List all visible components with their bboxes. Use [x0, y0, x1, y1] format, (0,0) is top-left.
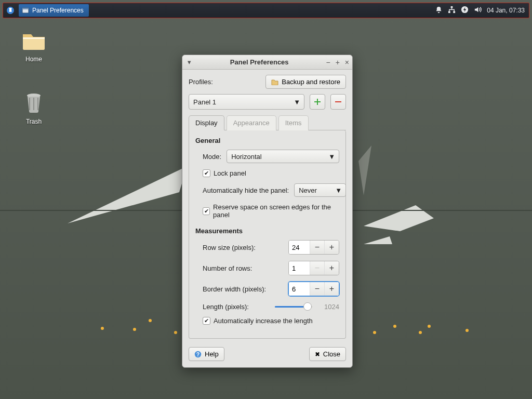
desktop-icon-home[interactable]: Home	[10, 30, 57, 63]
border-width-spinner[interactable]: − +	[288, 282, 339, 296]
svg-point-6	[101, 327, 104, 330]
increment-button[interactable]: +	[324, 282, 339, 296]
panel-selector[interactable]: Panel 1 ▼	[189, 94, 304, 110]
chevron-down-icon: ▼	[328, 153, 335, 161]
checkbox-icon	[203, 207, 210, 215]
titlebar[interactable]: ▾ Panel Preferences − + ×	[182, 55, 352, 70]
length-value: 1024	[318, 303, 339, 311]
desktop-icon-label: Home	[10, 56, 57, 63]
decrement-button[interactable]: −	[310, 241, 324, 254]
desktop-icon-trash[interactable]: Trash	[10, 92, 57, 125]
volume-icon[interactable]	[474, 6, 482, 15]
tab-items[interactable]: Items	[278, 115, 309, 130]
svg-rect-18	[451, 6, 453, 8]
window-menu-icon[interactable]: ▾	[185, 58, 193, 66]
maximize-button[interactable]: +	[336, 58, 340, 66]
folder-icon	[271, 79, 278, 85]
window-title: Panel Preferences	[193, 58, 326, 66]
minimize-button[interactable]: −	[326, 58, 330, 66]
trash-icon	[21, 92, 46, 113]
chevron-down-icon: ▼	[335, 187, 342, 194]
display-pane: General Mode: Horizontal ▼ Lock panel Au…	[189, 130, 346, 339]
chevron-down-icon: ▼	[294, 98, 300, 106]
svg-point-8	[149, 319, 152, 322]
increment-button[interactable]: +	[324, 241, 339, 254]
svg-rect-22	[23, 37, 45, 39]
svg-point-13	[428, 325, 431, 328]
dialog-footer: ? Help ✖ Close	[182, 342, 352, 367]
decrement-button[interactable]: −	[310, 282, 324, 296]
border-width-label: Border width (pixels):	[203, 285, 266, 293]
plus-icon	[314, 98, 321, 105]
add-panel-button[interactable]	[310, 94, 325, 110]
taskbar: Panel Preferences 04 Jan, 07:33	[3, 3, 529, 18]
network-icon[interactable]	[448, 6, 456, 15]
window-icon	[22, 7, 29, 14]
svg-text:?: ?	[196, 351, 200, 357]
app-menu-button[interactable]	[3, 3, 18, 18]
profiles-label: Profiles:	[189, 78, 213, 86]
slider-thumb[interactable]	[303, 302, 312, 311]
svg-rect-19	[448, 11, 450, 13]
num-rows-label: Number of rows:	[203, 264, 252, 272]
mode-label: Mode:	[203, 153, 221, 161]
length-slider[interactable]	[275, 302, 312, 311]
remove-panel-button[interactable]	[330, 94, 346, 110]
notification-icon[interactable]	[435, 6, 443, 15]
tab-display[interactable]: Display	[189, 115, 224, 130]
clock[interactable]: 04 Jan, 07:33	[487, 7, 525, 14]
num-rows-spinner[interactable]: − +	[288, 261, 339, 275]
close-button[interactable]: ✖ Close	[309, 347, 346, 361]
row-size-input[interactable]	[289, 241, 310, 254]
num-rows-input[interactable]	[289, 261, 310, 275]
decrement-button[interactable]: −	[310, 261, 324, 275]
desktop-icon-label: Trash	[10, 118, 57, 125]
svg-point-11	[393, 325, 396, 328]
close-window-button[interactable]: ×	[345, 58, 349, 66]
help-icon: ?	[194, 351, 202, 358]
length-label: Length (pixels):	[203, 303, 249, 311]
svg-point-14	[466, 329, 469, 332]
system-tray: 04 Jan, 07:33	[431, 6, 529, 15]
svg-rect-17	[22, 8, 29, 9]
taskbar-window-title: Panel Preferences	[32, 7, 84, 14]
auto-hide-dropdown[interactable]: Never ▼	[294, 183, 346, 197]
row-size-label: Row size (pixels):	[203, 244, 256, 251]
checkbox-icon	[203, 169, 210, 177]
border-width-input[interactable]	[289, 282, 310, 296]
svg-rect-20	[454, 11, 456, 13]
general-heading: General	[195, 137, 339, 144]
auto-hide-label: Automatically hide the panel:	[203, 187, 289, 194]
mode-dropdown[interactable]: Horizontal ▼	[227, 150, 339, 163]
svg-rect-24	[335, 101, 341, 102]
panel-preferences-window: ▾ Panel Preferences − + × Profiles: Back…	[182, 55, 353, 368]
help-button[interactable]: ? Help	[189, 347, 224, 361]
increment-button[interactable]: +	[324, 261, 339, 275]
svg-point-12	[419, 331, 422, 334]
svg-point-7	[133, 328, 136, 331]
taskbar-window-button[interactable]: Panel Preferences	[19, 4, 89, 17]
folder-icon	[21, 30, 46, 51]
checkbox-icon	[203, 317, 210, 325]
svg-point-10	[373, 331, 376, 334]
measurements-heading: Measurements	[195, 227, 339, 235]
auto-increase-checkbox[interactable]: Automatically increase the length	[203, 317, 339, 325]
backup-restore-button[interactable]: Backup and restore	[265, 75, 346, 89]
lock-panel-checkbox[interactable]: Lock panel	[203, 169, 339, 177]
reserve-space-checkbox[interactable]: Reserve space on screen edges for the pa…	[203, 203, 339, 219]
close-icon: ✖	[315, 351, 320, 358]
minus-icon	[335, 98, 342, 105]
row-size-spinner[interactable]: − +	[288, 240, 339, 255]
power-icon[interactable]	[461, 6, 469, 15]
tab-appearance[interactable]: Appearance	[227, 115, 276, 130]
svg-point-9	[174, 331, 177, 334]
tab-bar: Display Appearance Items	[189, 115, 346, 130]
